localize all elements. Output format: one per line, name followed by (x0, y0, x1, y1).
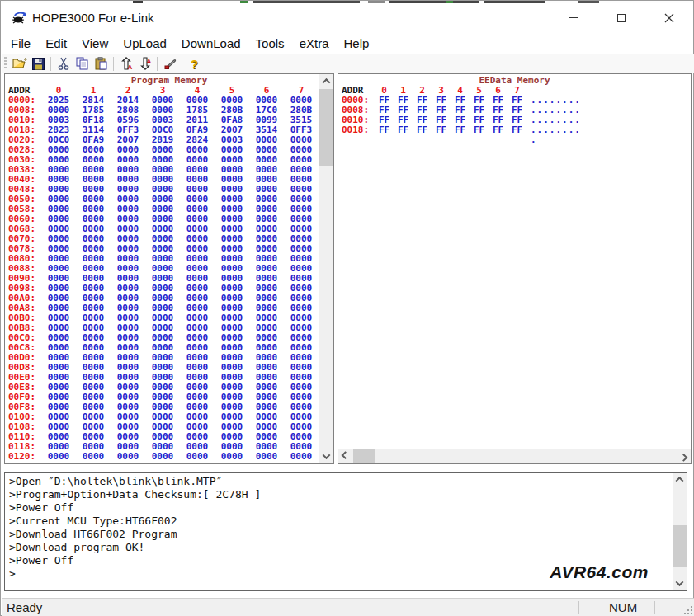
program-memory-vscrollbar[interactable] (319, 74, 333, 463)
hex-row: 0018:FFFFFFFFFFFFFFFF........ (342, 125, 691, 135)
hex-row: 0120:00000000000000000000000000000000 (8, 452, 333, 462)
program-memory-hex[interactable]: ADDR012345670000:20252814201400000000000… (5, 86, 333, 462)
upload-button[interactable]: A (116, 55, 135, 73)
chevron-right-icon (680, 454, 688, 462)
close-button[interactable] (645, 3, 693, 32)
eedata-memory-hex[interactable]: ADDR012345670000:FFFFFFFFFFFFFFFF.......… (338, 86, 691, 145)
chevron-down-icon (323, 451, 331, 459)
menubar: FileEditViewUpLoadDownLoadToolseXtraHelp (2, 32, 692, 54)
program-memory-title: Program Memory (5, 75, 333, 86)
menu-file[interactable]: File (3, 34, 38, 53)
menu-edit[interactable]: Edit (38, 34, 74, 53)
log-line: >Download HT66F002 Program (9, 528, 668, 541)
menu-download[interactable]: DownLoad (174, 34, 248, 53)
minimize-icon (569, 17, 578, 18)
help-question-icon: ? (191, 57, 198, 71)
program-tool-button[interactable] (160, 55, 179, 73)
toolbar-separator (113, 57, 114, 71)
app-icon (12, 9, 28, 26)
svg-text:A: A (146, 58, 151, 65)
scroll-up-arrow[interactable] (319, 74, 333, 88)
status-separator (578, 601, 579, 614)
scroll-down-arrow[interactable] (319, 449, 333, 463)
status-separator (654, 601, 655, 614)
log-line: >Program+Option+Data Checksum:[ 2C78H ] (9, 488, 668, 501)
status-ready-text: Ready (7, 600, 42, 614)
download-button[interactable]: A (135, 55, 154, 73)
scroll-right-arrow[interactable] (677, 449, 691, 463)
hex-cursor-row: . (342, 135, 691, 145)
toolbar: A A ? (2, 54, 694, 73)
toolbar-separator (182, 57, 182, 71)
maximize-icon (617, 14, 626, 22)
scroll-thumb[interactable] (319, 89, 333, 166)
menu-extra[interactable]: eXtra (292, 34, 337, 53)
window-title: HOPE3000 For e-Link (32, 11, 154, 25)
titlebar[interactable]: HOPE3000 For e-Link (1, 3, 693, 32)
open-folder-icon (12, 57, 27, 70)
minimize-button[interactable] (550, 3, 597, 32)
chevron-up-icon (676, 477, 684, 485)
close-icon (664, 13, 674, 23)
menu-help[interactable]: Help (337, 34, 377, 53)
save-floppy-icon (32, 58, 45, 70)
program-memory-panel[interactable]: Program Memory ADDR012345670000:20252814… (4, 73, 334, 464)
scroll-thumb[interactable] (353, 449, 375, 463)
log-vscrollbar[interactable] (673, 473, 687, 590)
status-num-indicator: NUM (609, 600, 637, 614)
save-button[interactable] (29, 55, 48, 73)
log-line: >Power Off (9, 501, 668, 515)
help-button[interactable]: ? (185, 55, 204, 73)
chevron-up-icon (323, 78, 331, 87)
chevron-left-icon (342, 451, 350, 459)
download-arrow-icon: A (139, 57, 152, 70)
log-line: >Current MCU Type:HT66F002 (9, 515, 668, 528)
log-line: >Download program OK! (9, 541, 668, 554)
maximize-button[interactable] (597, 3, 645, 32)
app-window: HOPE3000 For e-Link FileEditViewUpLoadDo… (0, 0, 694, 616)
scroll-left-arrow[interactable] (338, 449, 352, 463)
cut-scissors-icon (58, 57, 69, 70)
menu-tools[interactable]: Tools (248, 34, 292, 53)
menu-upload[interactable]: UpLoad (116, 34, 174, 53)
eedata-hscrollbar[interactable] (338, 449, 691, 463)
resize-grip[interactable] (682, 604, 692, 614)
svg-text:A: A (127, 63, 132, 70)
copy-button[interactable] (73, 55, 92, 73)
eedata-memory-panel[interactable]: EEData Memory ADDR012345670000:FFFFFFFFF… (338, 73, 692, 464)
copy-icon (76, 57, 88, 70)
upload-arrow-icon: A (120, 57, 133, 70)
open-button[interactable] (10, 55, 29, 73)
log-console[interactable]: >Open ″D:\holtek\blink\blink.MTP″>Progra… (4, 472, 687, 591)
toolbar-separator (50, 57, 51, 71)
chevron-down-icon (676, 578, 684, 586)
cut-button[interactable] (54, 55, 73, 73)
scroll-up-arrow[interactable] (673, 473, 687, 487)
watermark: AVR64.com (550, 562, 649, 582)
scroll-down-arrow[interactable] (673, 576, 687, 590)
log-line: >Open ″D:\holtek\blink\blink.MTP″ (9, 475, 668, 488)
paste-button[interactable] (92, 55, 111, 73)
toolbar-separator (157, 57, 158, 71)
statusbar: Ready NUM (2, 598, 694, 616)
paste-clipboard-icon (95, 57, 107, 70)
toolbar-gripper[interactable] (4, 57, 7, 70)
menu-view[interactable]: View (74, 34, 116, 53)
scroll-thumb[interactable] (673, 525, 687, 567)
programmer-pen-icon (163, 57, 177, 70)
